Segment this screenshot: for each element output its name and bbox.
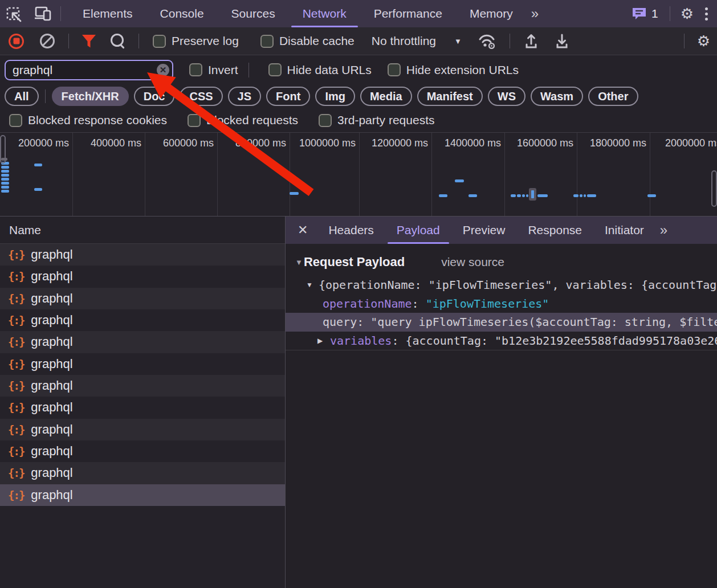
tab-network[interactable]: Network [289, 0, 360, 27]
record-network-log-icon[interactable] [9, 34, 24, 49]
request-timeline-bar [439, 194, 447, 197]
detail-tab-bar: ✕ HeadersPayloadPreviewResponseInitiator… [286, 217, 717, 244]
detail-tab-headers[interactable]: Headers [317, 217, 385, 244]
invert-checkbox-row: Invert [189, 63, 238, 77]
divider [138, 34, 139, 48]
throttling-select[interactable]: No throttling ▼ [372, 34, 462, 48]
request-name: graphql [31, 334, 72, 349]
3rd-party-requests-label: 3rd-party requests [337, 113, 434, 127]
blocked-response-cookies-checkbox[interactable] [9, 114, 22, 127]
json-request-icon: {:} [8, 379, 24, 392]
timeline-left-handle[interactable] [0, 135, 6, 164]
request-row[interactable]: {:}graphql [0, 440, 285, 462]
filter-input[interactable]: graphql ✕ [5, 60, 173, 80]
blocked-requests-checkbox[interactable] [188, 114, 201, 127]
request-row[interactable]: {:}graphql [0, 397, 285, 418]
request-timeline-bar [455, 179, 464, 182]
clear-filter-icon[interactable]: ✕ [157, 64, 169, 76]
json-request-icon: {:} [8, 358, 24, 370]
tab-memory[interactable]: Memory [456, 0, 527, 27]
timeline-right-handle[interactable] [711, 170, 717, 207]
invert-checkbox[interactable] [189, 63, 202, 76]
network-settings-gear-icon[interactable]: ⚙ [697, 34, 710, 48]
payload-line[interactable]: operationName: "ipFlowTimeseries" [286, 294, 717, 313]
device-toolbar-icon[interactable] [34, 5, 51, 22]
filter-type-all[interactable]: All [5, 87, 39, 106]
request-row[interactable]: {:}graphql [0, 375, 285, 397]
filter-type-css[interactable]: CSS [180, 87, 222, 106]
close-detail-icon[interactable]: ✕ [286, 223, 317, 238]
preserve-log-checkbox-row: Preserve log [153, 34, 239, 48]
payload-line[interactable]: ▶variables: {accountTag: "b12e3b2192ee55… [286, 331, 717, 350]
filter-type-font[interactable]: Font [266, 87, 310, 106]
filter-type-doc[interactable]: Doc [134, 87, 175, 106]
export-har-icon[interactable] [553, 32, 571, 50]
more-panels-icon[interactable]: » [527, 6, 541, 22]
detail-tab-preview[interactable]: Preview [451, 217, 517, 244]
hide-data-urls-checkbox[interactable] [268, 63, 282, 76]
disable-cache-checkbox[interactable] [260, 35, 274, 48]
payload-line[interactable]: query: "query ipFlowTimeseries($accountT… [286, 313, 717, 332]
tab-elements[interactable]: Elements [69, 0, 146, 27]
request-row[interactable]: {:}graphql [0, 419, 285, 440]
request-row[interactable]: {:}graphql [0, 353, 285, 375]
expanded-triangle-icon[interactable]: ▼ [306, 281, 313, 289]
timeline-label: 400000 ms [91, 137, 141, 149]
request-row[interactable]: {:}graphql [0, 288, 285, 309]
disable-cache-checkbox-row: Disable cache [260, 34, 355, 48]
request-payload-header[interactable]: ▼ Request Payload view source [286, 255, 504, 270]
request-row[interactable]: {:}graphql [0, 462, 285, 484]
collapsed-triangle-icon[interactable]: ▶ [317, 337, 323, 345]
tab-console[interactable]: Console [146, 0, 218, 27]
network-overview-timeline[interactable]: 200000 ms400000 ms600000 ms800000 ms1000… [0, 133, 717, 217]
tab-sources[interactable]: Sources [218, 0, 289, 27]
filter-type-manifest[interactable]: Manifest [417, 87, 483, 106]
detail-tab-initiator[interactable]: Initiator [593, 217, 655, 244]
filter-type-other[interactable]: Other [588, 87, 638, 106]
preserve-log-checkbox[interactable] [153, 35, 166, 48]
detail-tab-response[interactable]: Response [516, 217, 593, 244]
request-timeline-bar [522, 194, 525, 197]
search-network-icon[interactable] [110, 33, 126, 49]
timeline-label: 2000000 ms [665, 137, 717, 149]
request-name: graphql [31, 357, 72, 371]
request-row[interactable]: {:}graphql [0, 331, 285, 353]
json-request-icon: {:} [8, 270, 24, 283]
devtools-tab-bar: ElementsConsoleSourcesNetworkPerformance… [0, 0, 717, 27]
hide-data-urls-label: Hide data URLs [287, 63, 372, 77]
filter-type-fetch-xhr[interactable]: Fetch/XHR [52, 87, 129, 106]
timeline-gridline [359, 133, 360, 216]
name-column-header[interactable]: Name [0, 217, 285, 244]
issues-count: 1 [651, 7, 658, 21]
timeline-label: 1400000 ms [445, 137, 501, 149]
import-har-icon[interactable] [523, 32, 540, 50]
collapse-triangle-icon[interactable]: ▼ [295, 258, 303, 267]
view-source-link[interactable]: view source [441, 255, 504, 269]
timeline-gridline [650, 133, 650, 216]
more-detail-tabs-icon[interactable]: » [655, 222, 670, 238]
network-conditions-icon[interactable] [478, 32, 497, 50]
menu-kebab-icon[interactable] [705, 7, 708, 21]
request-name: graphql [31, 247, 72, 262]
request-row[interactable]: {:}graphql [0, 244, 285, 266]
filter-funnel-icon[interactable] [82, 34, 96, 48]
inspect-element-icon[interactable] [6, 5, 23, 22]
filter-type-img[interactable]: Img [315, 87, 355, 106]
settings-gear-icon[interactable]: ⚙ [681, 6, 694, 21]
filter-type-js[interactable]: JS [228, 87, 261, 106]
request-row[interactable]: {:}graphql [0, 309, 285, 331]
request-row[interactable]: {:}graphql [0, 266, 285, 287]
3rd-party-requests-checkbox[interactable] [319, 114, 332, 127]
clear-network-log-icon[interactable] [40, 34, 55, 48]
issues-badge[interactable]: 1 [632, 7, 658, 21]
detail-tab-payload[interactable]: Payload [385, 217, 451, 244]
request-timeline-bar [587, 194, 596, 197]
filter-type-media[interactable]: Media [360, 87, 412, 106]
filter-type-ws[interactable]: WS [488, 87, 525, 106]
hide-extension-urls-checkbox[interactable] [388, 63, 401, 76]
request-row[interactable]: {:}graphql [0, 484, 285, 506]
filter-type-wasm[interactable]: Wasm [531, 87, 583, 106]
tab-performance[interactable]: Performance [360, 0, 456, 27]
blocked-response-cookies-label: Blocked response cookies [28, 113, 167, 127]
payload-line[interactable]: ▼{operationName: "ipFlowTimeseries", var… [286, 276, 717, 295]
